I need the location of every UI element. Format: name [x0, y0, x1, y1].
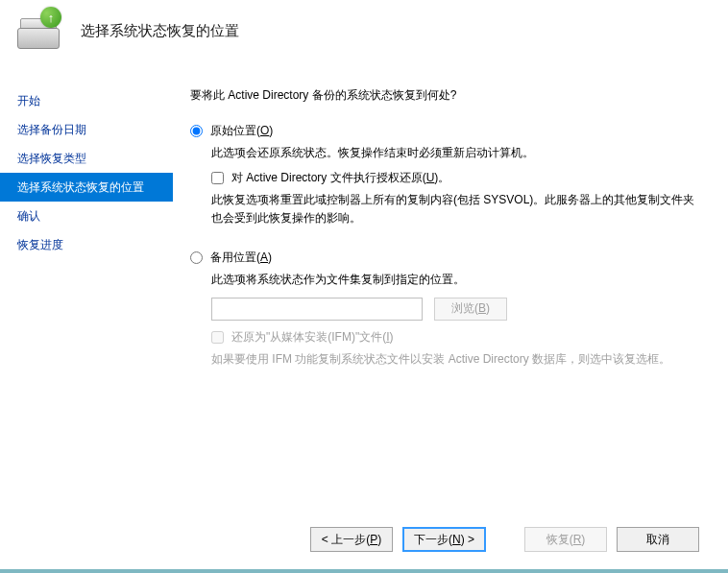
recover-button[interactable]: 恢复(R) — [524, 527, 607, 552]
ifm-desc: 如果要使用 IFM 功能复制系统状态文件以安装 Active Directory… — [211, 350, 703, 369]
alternate-location-desc: 此选项将系统状态作为文件集复制到指定的位置。 — [211, 271, 703, 289]
step-start[interactable]: 开始 — [0, 86, 173, 115]
option-alternate-location: 备用位置(A) 此选项将系统状态作为文件集复制到指定的位置。 浏览(B) 还原为… — [190, 249, 703, 369]
alternate-path-input[interactable] — [211, 298, 423, 321]
step-select-backup-date[interactable]: 选择备份日期 — [0, 115, 173, 144]
step-select-recovery-type[interactable]: 选择恢复类型 — [0, 144, 173, 173]
backup-drive-icon: ↑ — [17, 12, 58, 49]
step-recovery-progress[interactable]: 恢复进度 — [0, 230, 173, 259]
option-original-location: 原始位置(O) 此选项会还原系统状态。恢复操作结束时必须重新启动计算机。 对 A… — [190, 122, 703, 227]
radio-alternate-location-label: 备用位置(A) — [210, 249, 272, 267]
wizard-window: ↑ 选择系统状态恢复的位置 开始 选择备份日期 选择恢复类型 选择系统状态恢复的… — [0, 0, 728, 573]
checkbox-ifm-label: 还原为"从媒体安装(IFM)"文件(I) — [231, 328, 394, 346]
checkbox-authoritative-restore[interactable]: 对 Active Directory 文件执行授权还原(U)。 — [211, 169, 703, 187]
step-select-system-state-location[interactable]: 选择系统状态恢复的位置 — [0, 173, 173, 202]
alternate-path-row: 浏览(B) — [211, 298, 703, 321]
cancel-button[interactable]: 取消 — [617, 527, 699, 552]
radio-alternate-location-input[interactable] — [190, 251, 203, 264]
radio-alternate-location[interactable]: 备用位置(A) — [190, 249, 703, 267]
checkbox-ifm[interactable]: 还原为"从媒体安装(IFM)"文件(I) — [211, 328, 703, 346]
wizard-footer: < 上一步(P) 下一步(N) > 恢复(R) 取消 — [0, 527, 728, 552]
radio-original-location-input[interactable] — [190, 125, 203, 137]
original-location-desc: 此选项会还原系统状态。恢复操作结束时必须重新启动计算机。 — [211, 144, 703, 162]
radio-original-location-label: 原始位置(O) — [210, 122, 273, 140]
prompt-text: 要将此 Active Directory 备份的系统状态恢复到何处? — [190, 86, 703, 105]
checkbox-authoritative-restore-input[interactable] — [211, 172, 224, 184]
next-button[interactable]: 下一步(N) > — [402, 527, 486, 552]
wizard-title: 选择系统状态恢复的位置 — [81, 22, 239, 40]
wizard-main: 要将此 Active Directory 备份的系统状态恢复到何处? 原始位置(… — [173, 61, 728, 551]
wizard-header: ↑ 选择系统状态恢复的位置 — [0, 0, 728, 61]
wizard-body: 开始 选择备份日期 选择恢复类型 选择系统状态恢复的位置 确认 恢复进度 要将此… — [0, 61, 728, 551]
checkbox-authoritative-restore-label: 对 Active Directory 文件执行授权还原(U)。 — [231, 169, 449, 187]
authoritative-restore-desc: 此恢复选项将重置此域控制器上所有的复制内容(包括 SYSVOL)。此服务器上的其… — [211, 191, 703, 227]
step-confirm[interactable]: 确认 — [0, 202, 173, 230]
browse-button[interactable]: 浏览(B) — [434, 298, 507, 321]
checkbox-ifm-input[interactable] — [211, 331, 224, 344]
wizard-steps-sidebar: 开始 选择备份日期 选择恢复类型 选择系统状态恢复的位置 确认 恢复进度 — [0, 61, 173, 551]
radio-original-location[interactable]: 原始位置(O) — [190, 122, 703, 140]
prev-button[interactable]: < 上一步(P) — [310, 527, 393, 552]
